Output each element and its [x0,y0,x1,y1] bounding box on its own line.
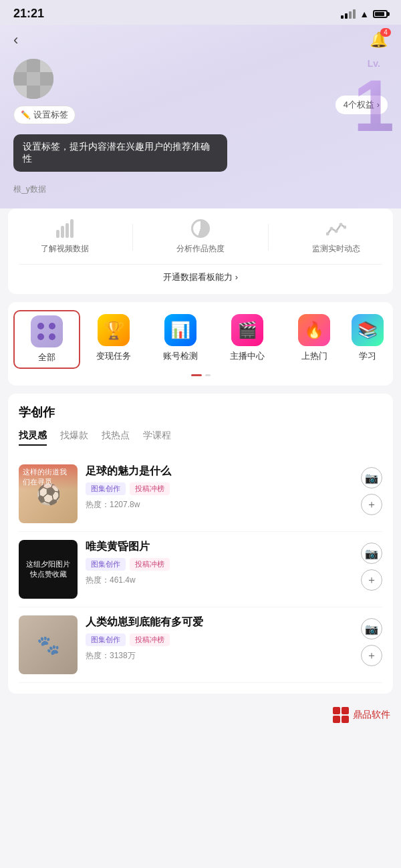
content-heat-1: 热度：1207.8w [86,499,353,511]
content-actions-3: 📷 ＋ [361,615,382,666]
data-item-realtime[interactable]: 监测实时动态 [312,219,360,255]
profile-section: ✏️ 设置标签 4个权益 › 设置标签，提升内容潜在兴趣用户的推荐准确性 根_y… [13,59,388,195]
content-title-2: 唯美黄昏图片 [86,540,353,554]
avatar-area [13,59,388,99]
tool-item-live[interactable]: 🎬 主播中心 [214,310,281,369]
data-label-video: 了解视频数据 [41,243,89,255]
user-ref-text: 根_y数据 [13,184,388,195]
watermark: 鼎品软件 [0,702,401,734]
tag-gallery-2[interactable]: 图集创作 [86,558,126,571]
tool-label-all: 全部 [38,351,55,364]
tool-label-live: 主播中心 [230,350,265,362]
data-item-heat[interactable]: 分析作品热度 [176,219,225,255]
content-item-1: 这样的街道我们在寻觅 足球的魅力是什么 图集创作 投稿冲榜 热度：1207.8w… [19,456,382,532]
baby-thumb [19,615,78,674]
svg-point-1 [330,227,333,231]
tool-item-detect[interactable]: 📊 账号检测 [147,310,214,369]
svg-point-3 [340,223,343,227]
data-item-video[interactable]: 了解视频数据 [41,219,89,255]
data-section: 了解视频数据 分析作品热度 监测实时动态 开通数据看板能力 › [8,208,393,294]
bell-badge: 4 [380,28,391,37]
sub-tab-inspiration[interactable]: 找灵感 [19,430,47,446]
page-dots [13,369,388,378]
tool-label-money: 变现任务 [96,350,131,362]
pie-chart-icon [191,219,210,238]
content-item-3: 人类幼崽到底能有多可爱 图集创作 投稿冲榜 热度：3138万 📷 ＋ [19,607,382,683]
tool-item-money[interactable]: 🏆 变现任务 [80,310,147,369]
tag-submit-2[interactable]: 投稿冲榜 [130,558,170,571]
watermark-text: 鼎品软件 [353,709,390,721]
tool-label-learn: 学习 [359,350,376,362]
dot-1 [191,374,202,376]
content-heat-2: 热度：461.4w [86,575,353,586]
content-thumb-1: 这样的街道我们在寻觅 [19,464,78,523]
tag-submit-1[interactable]: 投稿冲榜 [130,482,170,495]
content-thumb-3 [19,615,78,674]
tooltip-box: 设置标签，提升内容潜在兴趣用户的推荐准确性 [13,134,227,172]
lv-number: 1 [354,64,394,146]
svg-point-2 [335,230,338,233]
content-actions-2: 📷 ＋ [361,540,382,591]
add-button-3[interactable]: ＋ [361,645,382,666]
dot-2 [205,374,211,376]
data-icons-row: 了解视频数据 分析作品热度 监测实时动态 [19,219,382,265]
content-title-1: 足球的魅力是什么 [86,464,353,478]
signal-icon [341,9,356,19]
tag-submit-3[interactable]: 投稿冲榜 [130,633,170,646]
sub-tab-trending[interactable]: 找热点 [102,430,130,446]
content-heat-3: 热度：3138万 [86,650,353,662]
battery-icon [373,10,388,18]
camera-button-2[interactable]: 📷 [361,543,382,564]
tool-item-hot[interactable]: 🔥 上热门 [281,310,348,369]
camera-button-3[interactable]: 📷 [361,618,382,639]
back-button[interactable]: ‹ [13,31,18,49]
set-tag-label: 设置标签 [33,109,68,121]
bar-chart-icon [56,219,74,238]
sub-tabs: 找灵感 找爆款 找热点 学课程 [19,430,382,446]
content-actions-1: 📷 ＋ [361,464,382,515]
add-button-2[interactable]: ＋ [361,569,382,591]
tag-gallery-1[interactable]: 图集创作 [86,482,126,495]
sub-tab-courses[interactable]: 学课程 [143,430,171,446]
sunset-thumb: 这组夕阳图片 快点赞收藏 [19,540,78,599]
tool-label-detect: 账号检测 [163,350,198,362]
detect-icon: 📊 [164,314,196,346]
content-info-3: 人类幼崽到底能有多可爱 图集创作 投稿冲榜 热度：3138万 [86,615,353,662]
camera-button-1[interactable]: 📷 [361,467,382,488]
edit-icon: ✏️ [21,110,31,120]
add-button-1[interactable]: ＋ [361,494,382,515]
content-info-2: 唯美黄昏图片 图集创作 投稿冲榜 热度：461.4w [86,540,353,586]
header-nav: ‹ 🔔 4 [13,25,388,59]
learn-section: 学创作 找灵感 找爆款 找热点 学课程 这样的街道我们在寻觅 足球的魅力是什么 … [8,394,393,694]
live-icon: 🎬 [231,314,263,346]
all-icon [31,315,63,347]
content-tags-1: 图集创作 投稿冲榜 [86,482,353,495]
bell-button[interactable]: 🔔 4 [370,31,388,49]
tag-gallery-3[interactable]: 图集创作 [86,633,126,646]
tool-item-learn[interactable]: 📚 学习 [348,310,388,369]
data-label-realtime: 监测实时动态 [312,243,360,255]
hot-icon: 🔥 [298,314,330,346]
divider1 [132,224,133,251]
content-item-2: 这组夕阳图片 快点赞收藏 唯美黄昏图片 图集创作 投稿冲榜 热度：461.4w … [19,532,382,607]
divider2 [268,224,269,251]
tools-section: 全部 🏆 变现任务 📊 账号检测 🎬 主播中心 🔥 上热门 📚 学习 [8,302,393,386]
set-tag-button[interactable]: ✏️ 设置标签 [13,106,76,124]
line-chart-icon [326,219,346,238]
wifi-icon: ▲ [360,9,369,19]
tool-label-hot: 上热门 [301,350,327,362]
sub-tab-viral[interactable]: 找爆款 [60,430,88,446]
tool-item-all[interactable]: 全部 [13,310,80,369]
sunset-thumb-text: 这组夕阳图片 快点赞收藏 [21,554,76,585]
soccer-thumb: 这样的街道我们在寻觅 [19,464,78,523]
open-dashboard-button[interactable]: 开通数据看板能力 › [19,265,382,283]
data-label-heat: 分析作品热度 [176,243,225,255]
money-icon: 🏆 [98,314,130,346]
watermark-logo [333,707,349,723]
tools-row: 全部 🏆 变现任务 📊 账号检测 🎬 主播中心 🔥 上热门 📚 学习 [13,310,388,369]
content-tags-2: 图集创作 投稿冲榜 [86,558,353,571]
header-area: ‹ 🔔 4 Lv. 1 ✏️ 设置标签 4个权益 › [0,25,401,208]
status-time: 21:21 [13,7,44,21]
tooltip-text: 设置标签，提升内容潜在兴趣用户的推荐准确性 [23,141,210,164]
level-display: Lv. 1 [354,58,394,142]
